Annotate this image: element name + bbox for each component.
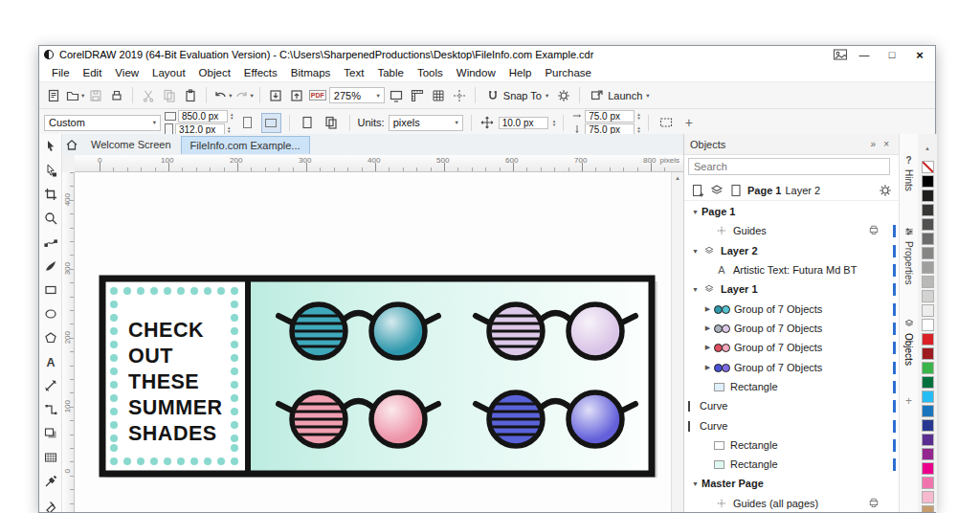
redo-button[interactable]: ▾ [234, 86, 254, 105]
cut-button[interactable] [139, 86, 158, 105]
nudge-field[interactable]: 10.0 px [499, 117, 548, 129]
collapse-icon[interactable]: ▼ [689, 480, 702, 487]
color-swatch[interactable] [922, 376, 934, 389]
menu-layout[interactable]: Layout [145, 65, 192, 80]
color-swatch[interactable] [922, 390, 934, 403]
color-swatch[interactable] [922, 319, 934, 331]
shape-tool[interactable] [41, 161, 59, 179]
crop-tool[interactable] [41, 185, 59, 203]
tree-row-master-page[interactable]: ▼ Master Page [684, 474, 899, 493]
color-swatch[interactable] [922, 233, 934, 245]
launch-button[interactable]: Launch▾ [586, 86, 653, 105]
freehand-tool[interactable] [41, 233, 59, 251]
show-grid-button[interactable] [429, 86, 448, 105]
publish-pdf-button[interactable]: PDF [308, 86, 327, 105]
color-swatch[interactable] [922, 477, 934, 489]
color-swatch[interactable] [922, 204, 934, 216]
new-document-button[interactable] [44, 86, 63, 105]
full-screen-preview-button[interactable] [387, 86, 406, 105]
export-button[interactable] [287, 86, 306, 105]
docker-collapse-icon[interactable]: » [867, 139, 880, 149]
menu-object[interactable]: Object [192, 65, 237, 80]
landscape-button[interactable] [261, 113, 281, 133]
treat-as-filled-button[interactable] [657, 113, 677, 133]
save-button[interactable] [86, 86, 105, 105]
tree-row-rectangle[interactable]: Rectangle [684, 377, 899, 396]
undo-button[interactable]: ▾ [212, 86, 232, 105]
docker-tab-objects[interactable]: Objects [900, 318, 918, 366]
color-swatch[interactable] [922, 434, 934, 446]
connector-tool[interactable] [41, 400, 59, 418]
tree-row-group[interactable]: ▶ Group of 7 Objects [684, 319, 899, 338]
color-swatch[interactable] [922, 261, 934, 274]
collapse-icon[interactable]: ▼ [689, 286, 702, 293]
docker-options-gear-icon[interactable] [878, 183, 893, 198]
zoom-level-select[interactable]: 275%▾ [329, 87, 385, 103]
tree-row-curve[interactable]: Curve [684, 416, 899, 435]
tree-row-guides-all[interactable]: Guides (all pages) [684, 494, 899, 512]
color-swatch[interactable] [922, 362, 934, 374]
menu-purchase[interactable]: Purchase [538, 65, 598, 80]
paste-button[interactable] [181, 86, 200, 105]
tree-row-rectangle[interactable]: Rectangle [684, 435, 899, 455]
menu-window[interactable]: Window [450, 65, 502, 80]
spinner[interactable]: ▴▾ [231, 112, 234, 121]
page-preset-select[interactable]: Custom▾ [44, 115, 161, 131]
tree-row-layer1[interactable]: ▼ Layer 1 [684, 279, 899, 299]
interactive-fill-tool[interactable] [41, 496, 59, 512]
tree-row-layer2[interactable]: ▼ Layer 2 [684, 241, 899, 260]
tree-row-rectangle[interactable]: Rectangle [684, 455, 899, 474]
menu-file[interactable]: File [45, 65, 77, 80]
tab-document[interactable]: FileInfo.com Example... [181, 136, 310, 154]
current-page-size-button[interactable] [298, 113, 318, 133]
color-swatch[interactable] [922, 304, 934, 317]
color-swatch[interactable] [922, 218, 934, 231]
account-badge-icon[interactable] [833, 47, 848, 62]
home-icon[interactable] [62, 137, 81, 152]
tree-row-curve[interactable]: Curve [684, 396, 899, 415]
expand-icon[interactable]: ▶ [702, 324, 714, 332]
tree-row-artistic-text[interactable]: A Artistic Text: Futura Md BT [684, 260, 899, 279]
zoom-tool[interactable] [41, 209, 59, 227]
title-bar[interactable]: CorelDRAW 2019 (64-Bit Evaluation Versio… [39, 46, 935, 63]
color-swatch[interactable] [922, 448, 934, 460]
menu-text[interactable]: Text [337, 65, 370, 80]
copy-button[interactable] [160, 86, 179, 105]
minimize-button[interactable]: — [853, 49, 876, 60]
customize-plus-button[interactable]: + [680, 115, 698, 130]
tree-row-group[interactable]: ▶ Group of 7 Objects [684, 338, 899, 357]
add-docker-button[interactable]: + [900, 394, 918, 408]
tree-row-group[interactable]: ▶ Group of 7 Objects [684, 358, 899, 377]
artistic-media-tool[interactable] [41, 256, 59, 275]
open-button[interactable]: ▾ [65, 86, 84, 105]
all-pages-size-button[interactable] [322, 113, 342, 133]
tree-row-page[interactable]: ▼ Page 1 [684, 202, 899, 221]
no-color-swatch[interactable] [922, 161, 934, 173]
polygon-tool[interactable] [41, 328, 59, 346]
scroll-up-icon[interactable]: ▲ [672, 172, 683, 181]
menu-edit[interactable]: Edit [77, 65, 109, 80]
import-button[interactable] [266, 86, 285, 105]
expand-icon[interactable]: ▶ [702, 364, 714, 371]
docker-close-icon[interactable]: × [880, 139, 893, 149]
printer-icon[interactable] [868, 497, 880, 508]
menu-tools[interactable]: Tools [411, 65, 450, 80]
collapse-icon[interactable]: ▼ [689, 209, 702, 215]
palette-scroll-up-icon[interactable]: ▲ [924, 145, 930, 151]
show-rulers-button[interactable] [408, 86, 427, 105]
color-swatch[interactable] [922, 491, 934, 503]
tab-welcome-screen[interactable]: Welcome Screen [81, 136, 181, 153]
vertical-ruler[interactable]: 400 300 200 100 0 [62, 172, 75, 512]
rectangle-tool[interactable] [41, 280, 59, 299]
menu-help[interactable]: Help [502, 65, 539, 80]
color-swatch[interactable] [922, 190, 934, 202]
menu-table[interactable]: Table [370, 65, 411, 80]
color-swatch[interactable] [922, 462, 934, 475]
expand-icon[interactable]: ▶ [702, 344, 714, 351]
spinner[interactable]: ▴▾ [228, 125, 231, 134]
color-swatch[interactable] [922, 247, 934, 259]
color-swatch[interactable] [922, 347, 934, 360]
units-select[interactable]: pixels▾ [389, 115, 463, 131]
pick-tool[interactable] [41, 137, 59, 155]
text-tool[interactable] [41, 352, 59, 370]
